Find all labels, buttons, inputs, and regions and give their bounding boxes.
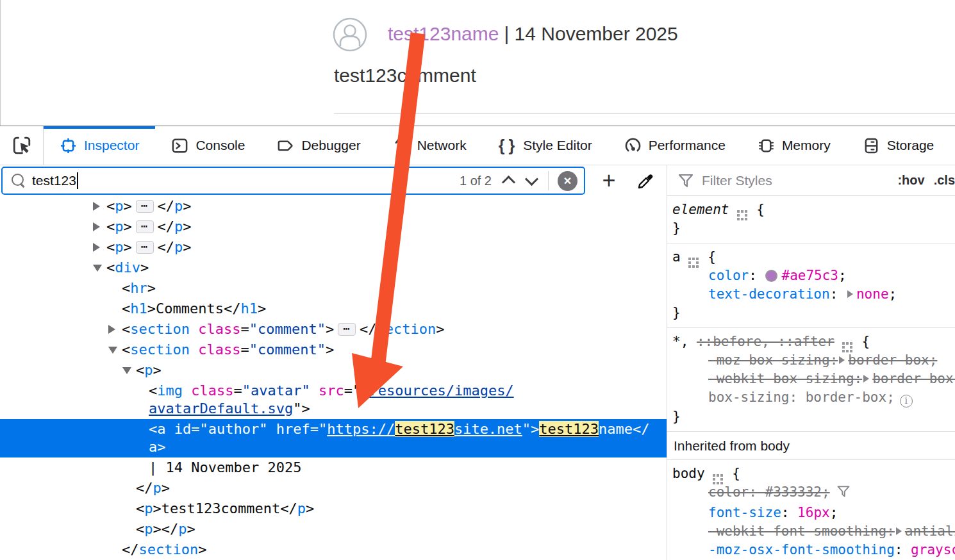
previous-match-button[interactable] (502, 174, 516, 188)
markup-row[interactable]: <h1>Comments</h1> (0, 299, 667, 319)
tab-console[interactable]: Console (155, 126, 261, 165)
css-declaration[interactable]: color: #333332; (672, 483, 955, 504)
syntax-token: border-box; (848, 352, 937, 368)
selector-highlighter-icon[interactable] (688, 258, 691, 260)
syntax-token: > (153, 362, 162, 378)
css-declaration[interactable]: -webkit-font-smoothing:antialiased; (672, 522, 955, 541)
css-declaration[interactable]: -webkit-box-sizing:border-box; (672, 370, 955, 388)
search-icon (12, 174, 26, 188)
syntax-token (190, 342, 198, 358)
expand-arrow-icon[interactable] (93, 202, 100, 211)
pseudo-class-toggle[interactable]: :hov (897, 173, 924, 188)
markup-row[interactable]: <hr> (0, 278, 667, 299)
markup-row[interactable]: <img class="avatar" src="/resources/imag… (0, 381, 667, 419)
expand-computed-icon[interactable] (847, 290, 853, 298)
expand-computed-icon[interactable] (896, 527, 902, 535)
css-declaration[interactable]: box-sizing: border-box;i (672, 388, 955, 408)
add-node-button[interactable]: + (597, 169, 620, 192)
expand-computed-icon[interactable] (863, 375, 869, 383)
syntax-token: a (157, 421, 165, 437)
expand-arrow-icon[interactable] (93, 222, 100, 231)
tab-label: Memory (782, 138, 831, 153)
eyedropper-button[interactable] (636, 170, 656, 191)
collapsed-children-badge[interactable]: ⋯ (338, 323, 356, 336)
markup-row[interactable]: <p></p> (0, 519, 667, 539)
tab-network[interactable]: Network (377, 126, 483, 165)
element-picker-button[interactable] (0, 126, 44, 165)
markup-row-selected[interactable]: <a id="author" href="https://test123site… (0, 419, 667, 457)
syntax-token: = (240, 321, 249, 337)
css-declaration[interactable]: color: #ae75c3; (672, 267, 955, 285)
syntax-token: > (153, 500, 162, 516)
markup-row[interactable]: <p>⋯</p> (0, 237, 667, 258)
syntax-token: p (115, 198, 123, 214)
syntax-token: > (326, 321, 334, 337)
tab-label: Inspector (84, 138, 139, 153)
syntax-token: "> (293, 400, 310, 416)
collapse-arrow-icon[interactable] (108, 347, 117, 354)
css-selector-line[interactable]: *, ::before, ::after { (672, 333, 955, 351)
selector-highlighter-icon[interactable] (737, 210, 740, 213)
tab-label: Console (195, 138, 245, 153)
syntax-token: </ (162, 521, 179, 537)
inherited-from-body-header: Inherited from body (667, 432, 955, 460)
tab-debugger[interactable]: Debugger (261, 126, 376, 165)
collapse-arrow-icon[interactable] (93, 265, 102, 272)
syntax-token: : (781, 505, 797, 520)
markup-row[interactable]: <p>⋯</p> (0, 217, 667, 237)
tab-inspector[interactable]: Inspector (44, 126, 155, 165)
markup-row[interactable]: <p>⋯</p> (0, 196, 667, 217)
tab-memory[interactable]: Memory (742, 126, 847, 165)
author-link[interactable]: test123name (388, 23, 499, 44)
tab-performance[interactable]: Performance (608, 126, 742, 165)
syntax-token (267, 421, 276, 437)
syntax-token: =" (310, 421, 328, 437)
css-selector-line[interactable]: a { (672, 248, 955, 267)
css-declaration[interactable]: font-size: 16px; (672, 504, 955, 522)
syntax-token: a> (149, 439, 166, 455)
filter-styles-input[interactable]: Filter Styles (702, 173, 897, 188)
expand-computed-icon[interactable] (839, 356, 845, 364)
css-selector-line[interactable]: element { (672, 201, 955, 219)
tab-storage[interactable]: Storage (847, 126, 951, 165)
search-input[interactable]: test123 1 of 2 ✕ (1, 167, 585, 195)
syntax-token: text-decoration (708, 286, 830, 302)
syntax-token: : (895, 542, 911, 557)
markup-row[interactable]: <div> (0, 258, 667, 278)
tab-style-editor[interactable]: { } Style Editor (483, 126, 608, 165)
overridden-filter-icon[interactable] (836, 484, 851, 504)
css-declaration[interactable]: -moz-box-sizing:border-box; (672, 351, 955, 370)
next-match-button[interactable] (525, 174, 539, 188)
markup-row[interactable]: <p> (0, 360, 667, 381)
collapsed-children-badge[interactable]: ⋯ (136, 241, 154, 254)
collapse-arrow-icon[interactable] (122, 367, 131, 374)
syntax-token: > (306, 500, 314, 516)
selector-highlighter-icon[interactable] (842, 342, 845, 345)
collapsed-children-badge[interactable]: ⋯ (136, 200, 154, 213)
syntax-token: </ (360, 321, 377, 337)
markup-row[interactable]: <section class="comment"> (0, 340, 667, 360)
color-swatch[interactable] (765, 270, 777, 282)
css-selector-line[interactable]: } (672, 219, 955, 238)
syntax-token: "avatar" (242, 383, 310, 399)
markup-row[interactable]: <section class="comment">⋯</section> (0, 319, 667, 340)
selector-highlighter-icon[interactable] (713, 474, 715, 477)
expand-arrow-icon[interactable] (108, 325, 115, 334)
css-declaration[interactable]: -moz-osx-font-smoothing: grayscale; (672, 541, 955, 559)
collapsed-children-badge[interactable]: ⋯ (136, 220, 154, 233)
markup-row[interactable]: | 14 November 2025 (0, 457, 667, 478)
class-toggle[interactable]: .cls (934, 173, 955, 188)
css-selector-line[interactable]: } (672, 408, 955, 426)
clear-search-button[interactable]: ✕ (558, 171, 577, 191)
markup-row[interactable]: </p> (0, 478, 667, 498)
picker-icon (12, 136, 31, 155)
syntax-token: < (122, 321, 130, 337)
expand-arrow-icon[interactable] (93, 243, 100, 252)
markup-row[interactable]: <p>test123comment</p> (0, 498, 667, 519)
syntax-token: name (599, 421, 633, 437)
css-declaration[interactable]: text-decoration: none; (672, 285, 955, 304)
syntax-token: { (854, 334, 870, 349)
css-selector-line[interactable]: } (672, 304, 955, 322)
css-selector-line[interactable]: body { (672, 465, 955, 483)
markup-row[interactable]: </section> (0, 539, 667, 560)
